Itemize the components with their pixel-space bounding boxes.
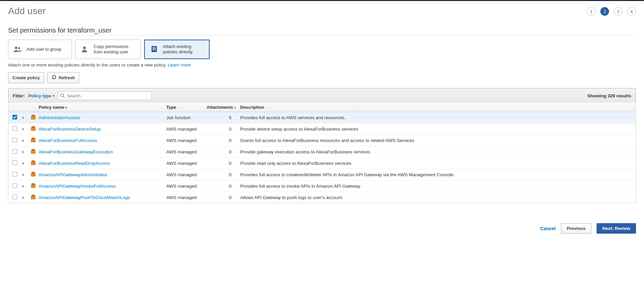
method-copy-permissions[interactable]: Copy permissions from existing user — [75, 40, 141, 59]
policy-description: Provide device setup access to AlexaForB… — [238, 124, 636, 135]
expand-icon[interactable] — [23, 162, 24, 165]
search-icon — [60, 93, 65, 99]
sort-caret-icon: ▾ — [234, 106, 236, 109]
expand-icon[interactable] — [23, 139, 24, 142]
policy-name-link[interactable]: AlexaForBusinessReadOnlyAccess — [39, 161, 110, 166]
policy-checkbox[interactable] — [12, 160, 17, 165]
wizard-step-2[interactable]: 2 — [600, 7, 609, 16]
section-title: Set permissions for terraform_user — [8, 27, 636, 36]
sort-caret-icon: ▾ — [65, 106, 67, 109]
policy-attachments: 0 — [204, 169, 238, 181]
expand-icon[interactable] — [23, 116, 24, 119]
policy-name-link[interactable]: AlexaForBusinessDeviceSetup — [39, 127, 101, 132]
policy-name-link[interactable]: AlexaForBusinessGatewayExecution — [39, 149, 113, 154]
policy-description: Provides full access to AWS services and… — [238, 112, 636, 124]
chevron-down-icon: ▾ — [53, 94, 54, 98]
policy-description: Allows API Gateway to push logs to user'… — [238, 192, 636, 203]
policy-box-icon — [31, 126, 36, 131]
wizard-step-3[interactable]: 3 — [614, 7, 622, 16]
col-attachments[interactable]: Attachments▾ — [204, 103, 238, 112]
user-icon — [80, 45, 90, 54]
expand-icon[interactable] — [23, 128, 24, 131]
policy-type: AWS managed — [164, 158, 204, 169]
policy-checkbox[interactable] — [12, 172, 17, 177]
policy-description: Provide gateway execution access to Alex… — [238, 146, 636, 158]
svg-rect-4 — [153, 47, 156, 48]
col-type[interactable]: Type — [164, 103, 204, 112]
search-input[interactable] — [58, 91, 152, 100]
next-review-button[interactable]: Next: Review — [597, 223, 636, 234]
policy-description: Provides full access to create/edit/dele… — [238, 169, 636, 181]
policy-attachments: 0 — [204, 146, 238, 158]
policy-box-icon — [31, 138, 36, 142]
wizard-step-4[interactable]: 4 — [627, 7, 636, 16]
policy-type: Job function — [164, 112, 204, 124]
policy-type: AWS managed — [164, 181, 204, 192]
svg-line-8 — [63, 97, 65, 98]
svg-point-1 — [18, 47, 20, 49]
col-policy-name[interactable]: Policy name▾ — [36, 103, 164, 112]
policy-attachments: 5 — [204, 112, 238, 124]
svg-point-0 — [15, 47, 17, 49]
expand-icon[interactable] — [23, 174, 24, 176]
helper-text: Attach one or more existing policies dir… — [8, 62, 636, 67]
policy-type: AWS managed — [164, 135, 204, 146]
method-add-to-group[interactable]: Add user to group — [8, 40, 72, 59]
policy-box-icon — [31, 160, 36, 165]
policy-checkbox[interactable] — [12, 126, 17, 131]
svg-rect-5 — [153, 48, 156, 49]
policy-description: Provide read only access to AlexaForBusi… — [238, 158, 636, 169]
policy-name-link[interactable]: AlexaForBusinessFullAccess — [39, 138, 97, 143]
policy-checkbox[interactable] — [12, 138, 17, 142]
refresh-label: Refresh — [59, 75, 75, 80]
policy-name-link[interactable]: AdministratorAccess — [39, 115, 80, 120]
policy-checkbox[interactable] — [12, 183, 17, 188]
svg-rect-6 — [153, 49, 156, 50]
table-row: AmazonAPIGatewayAdministratorAWS managed… — [8, 169, 636, 181]
filter-policy-type[interactable]: Policy type ▾ — [28, 93, 54, 98]
expand-icon[interactable] — [23, 151, 24, 153]
policy-box-icon — [31, 183, 36, 188]
expand-icon[interactable] — [23, 185, 24, 188]
policy-attachments: 0 — [204, 192, 238, 203]
policy-checkbox[interactable] — [12, 195, 17, 199]
refresh-icon — [51, 75, 57, 81]
method-label: Copy permissions from existing user — [94, 44, 136, 55]
policy-name-link[interactable]: AmazonAPIGatewayInvokeFullAccess — [39, 184, 116, 189]
table-row: AlexaForBusinessGatewayExecutionAWS mana… — [8, 146, 636, 158]
table-row: AlexaForBusinessDeviceSetupAWS managed0P… — [8, 124, 636, 135]
policy-attachments: 0 — [204, 158, 238, 169]
policy-checkbox[interactable] — [12, 115, 17, 119]
table-row: AlexaForBusinessReadOnlyAccessAWS manage… — [8, 158, 636, 169]
wizard-steps: 1234 — [587, 6, 636, 16]
policy-box-icon — [31, 115, 36, 119]
policy-type: AWS managed — [164, 192, 204, 203]
cancel-button[interactable]: Cancel — [540, 226, 556, 231]
policy-attachments: 0 — [204, 135, 238, 146]
page-title: Add user — [8, 6, 46, 16]
create-policy-button[interactable]: Create policy — [8, 72, 44, 83]
policy-name-link[interactable]: AmazonAPIGatewayPushToCloudWatchLogs — [39, 195, 130, 200]
policy-name-link[interactable]: AmazonAPIGatewayAdministrator — [39, 172, 107, 177]
svg-point-7 — [60, 94, 63, 97]
svg-point-2 — [83, 46, 86, 49]
learn-more-link[interactable]: Learn more — [168, 62, 191, 67]
table-row: AmazonAPIGatewayInvokeFullAccessAWS mana… — [8, 181, 636, 192]
expand-icon[interactable] — [23, 196, 24, 199]
table-row: AmazonAPIGatewayPushToCloudWatchLogsAWS … — [8, 192, 636, 203]
refresh-button[interactable]: Refresh — [47, 72, 79, 83]
method-label: Attach existing policies directly — [163, 44, 204, 55]
previous-button[interactable]: Previous — [561, 223, 591, 234]
policy-attachments: 0 — [204, 181, 238, 192]
table-row: AlexaForBusinessFullAccessAWS managed0Gr… — [8, 135, 636, 146]
document-icon — [149, 45, 159, 54]
col-description: Description — [238, 103, 636, 112]
policy-box-icon — [31, 149, 36, 154]
policy-checkbox[interactable] — [12, 149, 17, 154]
table-row: AdministratorAccessJob function5Provides… — [8, 112, 636, 124]
policy-description: Provides full access to invoke APIs in A… — [238, 181, 636, 192]
method-attach-policies[interactable]: Attach existing policies directly — [144, 40, 210, 59]
results-count: Showing 329 results — [587, 93, 631, 98]
filter-label: Filter: — [13, 93, 25, 98]
wizard-step-1[interactable]: 1 — [587, 7, 596, 16]
